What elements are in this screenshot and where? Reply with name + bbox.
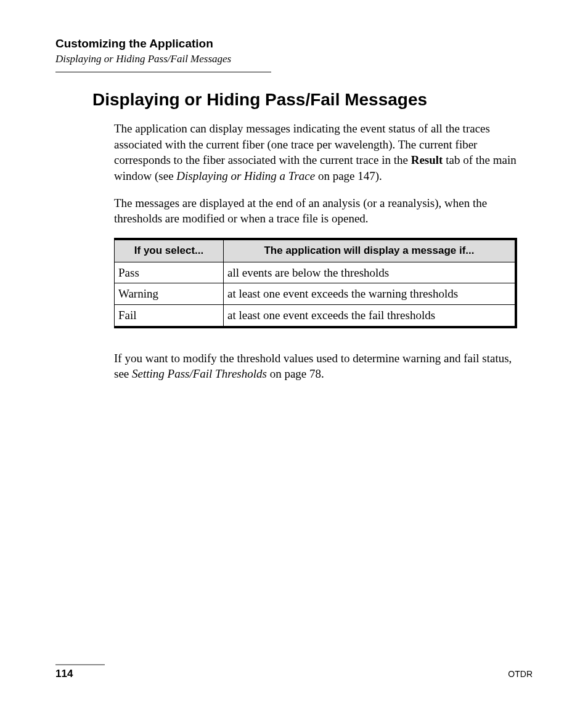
result-tab-ref: Result xyxy=(411,153,443,166)
table-row: Pass all events are below the thresholds xyxy=(115,262,517,283)
paragraph-2: The messages are displayed at the end of… xyxy=(114,195,517,227)
page-footer: 114 OTDR xyxy=(55,664,533,680)
text: on page 78. xyxy=(267,367,324,380)
cell-message: all events are below the thresholds xyxy=(224,262,517,283)
xref-setting-thresholds: Setting Pass/Fail Thresholds xyxy=(132,367,267,380)
table-row: Warning at least one event exceeds the w… xyxy=(115,283,517,305)
paragraph-3: If you want to modify the threshold valu… xyxy=(114,351,517,382)
chapter-subsection: Displaying or Hiding Pass/Fail Messages xyxy=(55,53,533,65)
page-number: 114 xyxy=(55,668,73,680)
cell-message: at least one event exceeds the warning t… xyxy=(224,283,517,305)
footer-rule xyxy=(55,664,105,665)
text: on page 147). xyxy=(315,169,382,182)
cell-select: Pass xyxy=(115,262,224,283)
doc-id: OTDR xyxy=(508,669,533,679)
cell-message: at least one event exceeds the fail thre… xyxy=(224,305,517,327)
table-head-select: If you select... xyxy=(115,239,224,262)
paragraph-1: The application can display messages ind… xyxy=(114,121,517,184)
chapter-title: Customizing the Application xyxy=(55,37,533,51)
header-rule xyxy=(55,71,271,73)
table-head-message: The application will display a message i… xyxy=(224,239,517,262)
cell-select: Warning xyxy=(115,283,224,305)
section-title: Displaying or Hiding Pass/Fail Messages xyxy=(92,90,533,110)
table-row: Fail at least one event exceeds the fail… xyxy=(115,305,517,327)
passfail-table: If you select... The application will di… xyxy=(114,238,517,328)
xref-displaying-hiding-trace: Displaying or Hiding a Trace xyxy=(176,169,315,182)
cell-select: Fail xyxy=(115,305,224,327)
